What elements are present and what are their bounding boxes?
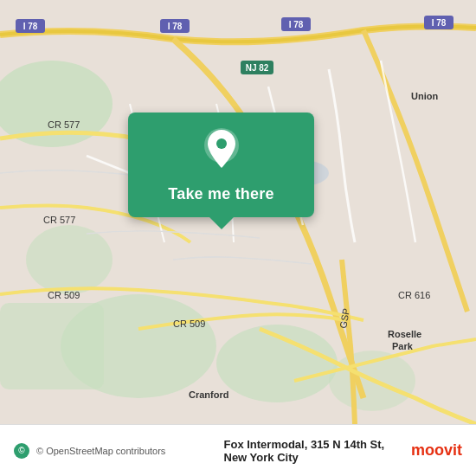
svg-text:I 78: I 78	[432, 18, 447, 28]
svg-text:Park: Park	[392, 341, 414, 351]
location-pin-icon	[203, 128, 241, 173]
osm-logo: ©	[14, 443, 29, 459]
svg-text:CR 509: CR 509	[48, 290, 80, 300]
svg-text:CR 509: CR 509	[173, 318, 205, 329]
take-me-there-label[interactable]: Take me there	[154, 182, 287, 217]
svg-point-4	[26, 225, 113, 294]
svg-text:I 78: I 78	[23, 22, 38, 31]
osm-attribution: © OpenStreetMap contributors	[36, 446, 217, 456]
svg-text:Roselle: Roselle	[388, 329, 421, 339]
svg-text:CR 616: CR 616	[398, 290, 430, 300]
svg-rect-6	[0, 303, 104, 389]
svg-text:I 78: I 78	[289, 20, 304, 29]
map-container: I 78 I 78 I 78 I 78 NJ 82 CR 577 CR 577 …	[0, 0, 476, 424]
svg-text:NJ 82: NJ 82	[246, 63, 269, 73]
svg-text:Union: Union	[411, 91, 438, 101]
svg-point-31	[216, 138, 227, 149]
svg-text:CR 577: CR 577	[48, 119, 80, 130]
svg-text:Cranford: Cranford	[189, 389, 228, 400]
location-info: Fox Intermodal, 315 N 14th St, New York …	[224, 438, 405, 464]
svg-text:I 78: I 78	[168, 22, 183, 31]
navigation-callout[interactable]: Take me there	[128, 113, 314, 217]
moovit-logo-text: moovit	[411, 441, 462, 460]
callout-icon-area	[128, 113, 314, 182]
moovit-logo-area: moovit	[411, 441, 462, 460]
bottom-bar: © © OpenStreetMap contributors Fox Inter…	[0, 424, 476, 476]
svg-text:CR 577: CR 577	[43, 215, 75, 225]
